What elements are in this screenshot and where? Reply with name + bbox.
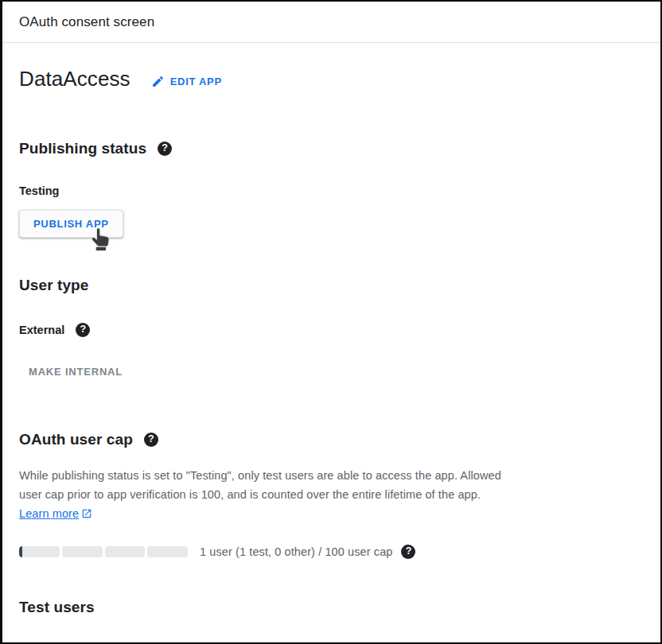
- progress-segment: [19, 546, 60, 557]
- oauth-consent-page: OAuth consent screen DataAccess EDIT APP…: [0, 0, 662, 644]
- progress-segment: [62, 546, 103, 557]
- publish-app-button[interactable]: PUBLISH APP: [19, 210, 123, 238]
- oauth-user-cap-description: While publishing status is set to "Testi…: [19, 466, 511, 523]
- user-cap-progress-fill: [19, 546, 22, 557]
- page-content: DataAccess EDIT APP Publishing status ? …: [2, 68, 660, 616]
- edit-app-button[interactable]: EDIT APP: [151, 75, 222, 88]
- learn-more-label: Learn more: [19, 504, 79, 523]
- page-header: OAuth consent screen: [2, 2, 660, 43]
- user-cap-progress-bar: [19, 546, 188, 557]
- edit-pencil-icon: [151, 75, 165, 88]
- page-title: OAuth consent screen: [19, 14, 154, 30]
- progress-segment: [147, 546, 188, 557]
- user-type-heading-row: User type: [19, 277, 641, 294]
- test-users-heading: Test users: [19, 599, 641, 616]
- user-type-value: External: [19, 324, 64, 336]
- user-type-value-row: External ?: [19, 323, 641, 337]
- edit-app-label: EDIT APP: [170, 76, 222, 87]
- user-cap-help-icon[interactable]: ?: [401, 545, 415, 559]
- external-link-icon: [81, 508, 92, 519]
- make-internal-button[interactable]: MAKE INTERNAL: [19, 363, 132, 381]
- user-cap-usage-text: 1 user (1 test, 0 other) / 100 user cap: [200, 545, 392, 558]
- progress-segment: [105, 546, 146, 557]
- publishing-status-help-icon[interactable]: ?: [158, 142, 172, 156]
- app-name: DataAccess: [19, 68, 130, 91]
- publishing-status-value: Testing: [19, 184, 641, 197]
- publishing-status-heading-row: Publishing status ?: [19, 140, 641, 157]
- user-type-help-icon[interactable]: ?: [76, 323, 90, 337]
- oauth-user-cap-heading: OAuth user cap: [19, 431, 133, 448]
- publishing-status-heading: Publishing status: [19, 140, 146, 157]
- learn-more-link[interactable]: Learn more: [19, 504, 92, 523]
- oauth-user-cap-help-icon[interactable]: ?: [144, 433, 158, 447]
- user-cap-usage-row: 1 user (1 test, 0 other) / 100 user cap …: [19, 545, 641, 559]
- oauth-user-cap-heading-row: OAuth user cap ?: [19, 431, 641, 448]
- app-title-row: DataAccess EDIT APP: [19, 68, 641, 91]
- oauth-user-cap-description-text: While publishing status is set to "Testi…: [19, 469, 501, 501]
- user-type-heading: User type: [19, 277, 89, 294]
